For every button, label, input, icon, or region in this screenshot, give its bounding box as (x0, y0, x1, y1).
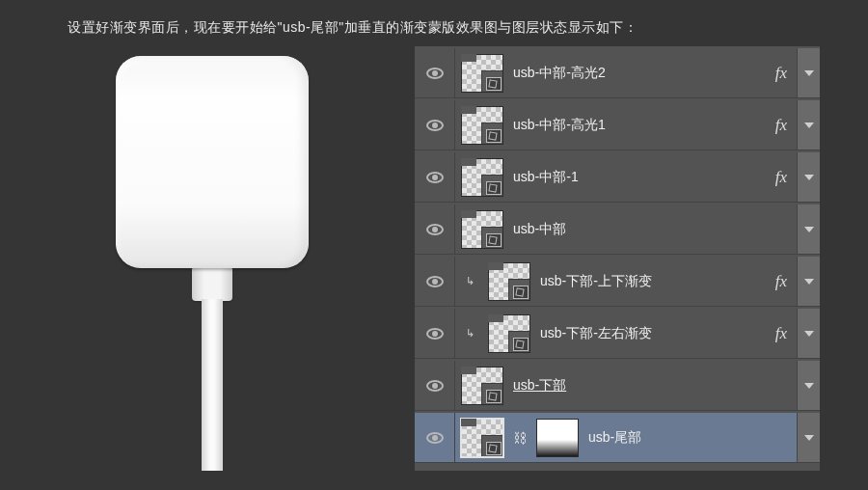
fx-indicator[interactable]: fx (766, 272, 797, 291)
layer-thumbnail[interactable] (461, 54, 503, 93)
fx-indicator[interactable]: fx (766, 168, 797, 187)
eye-icon (426, 432, 444, 444)
expand-toggle[interactable] (797, 309, 820, 358)
layer-thumbnail[interactable] (461, 210, 503, 249)
visibility-toggle[interactable] (415, 257, 455, 306)
layer-name-label[interactable]: usb-中部-1 (513, 169, 579, 186)
chevron-down-icon (804, 279, 814, 285)
layer-thumbnail[interactable] (488, 262, 530, 301)
layer-thumbnail[interactable] (461, 106, 503, 145)
clip-indent: ↳ (461, 275, 478, 287)
vector-badge-icon (486, 77, 502, 91)
instruction-text: 设置好渐变界面后，现在要开始给"usb-尾部"加垂直的渐变蒙版效果图与图层状态显… (0, 0, 868, 46)
expand-toggle[interactable] (797, 152, 820, 202)
eye-icon (426, 276, 444, 287)
expand-toggle[interactable] (797, 257, 820, 306)
clip-arrow-icon: ↳ (466, 327, 475, 340)
layer-name-label[interactable]: usb-下部 (513, 377, 566, 395)
vector-badge-icon (486, 390, 502, 403)
usb-cable-shape (202, 299, 223, 471)
visibility-toggle[interactable] (415, 361, 455, 410)
layer-row[interactable]: usb-中部-高光1fx (415, 100, 820, 150)
layer-body: usb-下部 (455, 367, 766, 405)
eye-icon (426, 328, 444, 340)
layer-name-label[interactable]: usb-下部-左右渐变 (540, 325, 652, 342)
chevron-down-icon (804, 331, 814, 337)
layer-name-label[interactable]: usb-下部-上下渐变 (540, 273, 652, 290)
layer-thumbnail[interactable] (488, 314, 530, 353)
layer-body: ↳usb-下部-左右渐变 (455, 314, 766, 353)
expand-toggle[interactable] (797, 100, 820, 150)
layer-row[interactable]: ↳usb-下部-上下渐变fx (415, 257, 820, 307)
layer-row[interactable]: ⛓usb-尾部 (415, 413, 820, 463)
eye-icon (426, 68, 444, 79)
layer-thumbnail[interactable] (461, 419, 503, 457)
visibility-toggle[interactable] (415, 413, 455, 462)
expand-toggle[interactable] (797, 204, 820, 254)
usb-head-shape (116, 56, 309, 268)
clip-arrow-icon: ↳ (466, 275, 475, 287)
layer-body: usb-中部 (455, 210, 766, 249)
fx-indicator[interactable]: fx (766, 64, 797, 83)
layer-name-label[interactable]: usb-中部-高光1 (513, 117, 606, 134)
layer-name-label[interactable]: usb-尾部 (588, 429, 641, 447)
layers-panel: usb-中部-高光2fxusb-中部-高光1fxusb-中部-1fxusb-中部… (415, 46, 820, 471)
chevron-down-icon (804, 227, 814, 232)
visibility-toggle[interactable] (415, 204, 455, 254)
layer-name-label[interactable]: usb-中部-高光2 (513, 65, 606, 82)
chevron-down-icon (804, 383, 814, 389)
vector-badge-icon (513, 338, 529, 351)
chevron-down-icon (804, 435, 814, 441)
layer-body: usb-中部-高光1 (455, 106, 766, 145)
layer-row[interactable]: usb-中部 (415, 204, 820, 255)
usb-preview (48, 46, 376, 471)
vector-badge-icon (513, 286, 529, 299)
visibility-toggle[interactable] (415, 48, 455, 97)
layer-row[interactable]: usb-下部 (415, 361, 820, 411)
layer-row[interactable]: ↳usb-下部-左右渐变fx (415, 309, 820, 359)
vector-badge-icon (486, 129, 502, 143)
expand-toggle[interactable] (797, 413, 820, 462)
layer-row[interactable]: usb-中部-1fx (415, 152, 820, 203)
expand-toggle[interactable] (797, 361, 820, 410)
fx-indicator[interactable]: fx (766, 324, 797, 343)
vector-badge-icon (486, 233, 502, 247)
layer-thumbnail[interactable] (461, 367, 503, 405)
mask-thumbnail[interactable] (536, 419, 579, 457)
link-icon[interactable]: ⛓ (513, 430, 527, 446)
vector-badge-icon (486, 181, 502, 195)
visibility-toggle[interactable] (415, 152, 455, 202)
eye-icon (426, 172, 444, 183)
layer-row[interactable]: usb-中部-高光2fx (415, 48, 820, 98)
eye-icon (426, 380, 444, 392)
layer-body: ⛓usb-尾部 (455, 419, 766, 457)
eye-icon (426, 120, 444, 131)
fx-indicator[interactable]: fx (766, 116, 797, 135)
chevron-down-icon (804, 70, 814, 76)
layer-body: usb-中部-1 (455, 158, 766, 197)
eye-icon (426, 224, 444, 235)
usb-neck-shape (192, 266, 232, 301)
vector-badge-icon (486, 442, 502, 455)
layer-name-label[interactable]: usb-中部 (513, 221, 566, 238)
layer-body: ↳usb-下部-上下渐变 (455, 262, 766, 301)
content-area: usb-中部-高光2fxusb-中部-高光1fxusb-中部-1fxusb-中部… (0, 46, 868, 471)
expand-toggle[interactable] (797, 48, 820, 97)
layer-thumbnail[interactable] (461, 158, 503, 197)
clip-indent: ↳ (461, 327, 478, 340)
chevron-down-icon (804, 122, 814, 128)
chevron-down-icon (804, 175, 814, 180)
layer-body: usb-中部-高光2 (455, 54, 766, 93)
visibility-toggle[interactable] (415, 100, 455, 150)
visibility-toggle[interactable] (415, 309, 455, 358)
